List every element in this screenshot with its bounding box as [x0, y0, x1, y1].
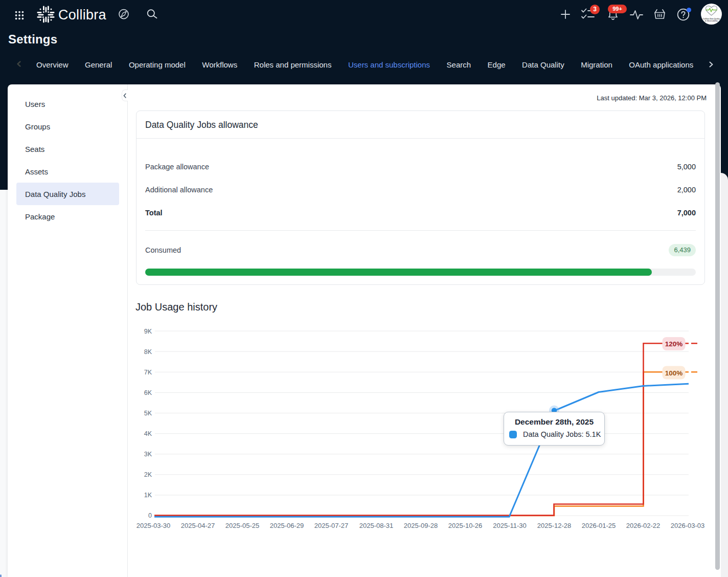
- svg-text:2026-01-25: 2026-01-25: [582, 522, 616, 529]
- svg-text:2025-11-30: 2025-11-30: [493, 522, 527, 529]
- svg-text:2025-12-28: 2025-12-28: [537, 522, 572, 529]
- svg-text:2025-07-27: 2025-07-27: [314, 522, 349, 529]
- svg-text:2025-05-25: 2025-05-25: [225, 522, 260, 529]
- svg-text:0: 0: [148, 512, 152, 519]
- svg-text:8K: 8K: [144, 348, 152, 356]
- svg-text:2025-06-29: 2025-06-29: [270, 522, 304, 529]
- svg-text:2K: 2K: [144, 471, 152, 478]
- svg-text:2025-09-28: 2025-09-28: [404, 522, 438, 529]
- svg-text:6K: 6K: [144, 389, 152, 396]
- svg-text:7K: 7K: [144, 369, 152, 376]
- svg-text:2025-08-31: 2025-08-31: [359, 522, 394, 529]
- svg-text:2026-03-03: 2026-03-03: [671, 522, 705, 529]
- svg-text:2026-02-22: 2026-02-22: [626, 522, 661, 529]
- svg-text:& Observability: & Observability: [705, 20, 718, 22]
- svg-text:100%: 100%: [665, 369, 683, 377]
- svg-text:1K: 1K: [144, 492, 152, 499]
- svg-text:2025-03-30: 2025-03-30: [136, 522, 171, 529]
- svg-text:9K: 9K: [144, 328, 152, 335]
- svg-text:3K: 3K: [144, 451, 152, 458]
- svg-text:120%: 120%: [665, 340, 683, 348]
- svg-text:4K: 4K: [144, 430, 152, 437]
- svg-text:2025-04-27: 2025-04-27: [181, 522, 215, 529]
- svg-text:5K: 5K: [144, 410, 152, 417]
- svg-text:2025-10-26: 2025-10-26: [448, 522, 483, 529]
